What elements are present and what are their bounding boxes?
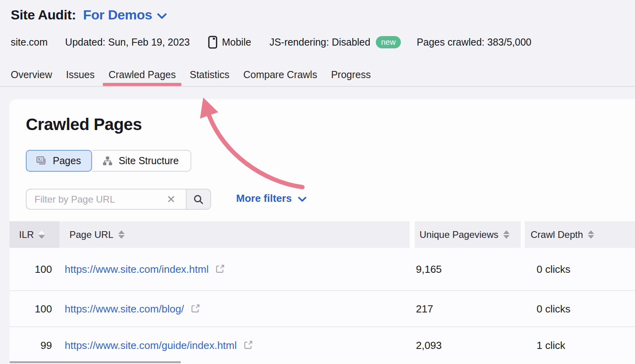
external-link-icon[interactable] xyxy=(243,340,253,351)
crawl-depth-value: 1 click xyxy=(537,339,565,351)
sort-icon xyxy=(503,230,510,239)
project-selector[interactable]: For Demos xyxy=(83,7,167,23)
unique-pageviews-value: 217 xyxy=(416,303,433,315)
tab-bar-divider xyxy=(0,86,635,87)
table-header: ILR Page URL Unique Pageviews Crawl Dept… xyxy=(10,221,635,248)
crawled-pages-card: Crawled Pages Pages xyxy=(10,99,635,364)
tab-compare-crawls[interactable]: Compare Crawls xyxy=(243,68,317,81)
sort-icon xyxy=(588,230,594,239)
column-header-unique-pageviews[interactable]: Unique Pageviews xyxy=(415,221,521,248)
project-name: For Demos xyxy=(83,7,152,23)
search-button[interactable] xyxy=(186,189,211,210)
page-url-link[interactable]: https://www.site.com/index.html xyxy=(65,263,209,275)
more-filters-label: More filters xyxy=(236,192,292,205)
view-toggle: Pages Site Structure xyxy=(26,150,191,172)
column-label: Crawl Depth xyxy=(531,229,583,240)
tab-statistics[interactable]: Statistics xyxy=(190,68,229,81)
audit-tab-bar: Overview Issues Crawled Pages Statistics… xyxy=(11,68,371,81)
page-title-row: Site Audit: For Demos xyxy=(11,7,167,23)
column-label: ILR xyxy=(19,229,34,240)
mobile-phone-icon xyxy=(208,36,217,49)
device-indicator: Mobile xyxy=(208,36,251,49)
unique-pageviews-value: 2,093 xyxy=(416,339,442,351)
chevron-down-icon xyxy=(157,13,167,19)
tab-progress[interactable]: Progress xyxy=(331,68,371,81)
table-row: 100 https://www.site.com/blog/ 217 0 cli… xyxy=(10,290,635,326)
site-structure-view-button[interactable]: Site Structure xyxy=(92,150,191,172)
ilr-value: 99 xyxy=(10,339,52,351)
page-url-cell: https://www.site.com/guide/index.html xyxy=(65,339,253,351)
chevron-down-icon xyxy=(298,197,306,202)
pages-crawled-label: Pages crawled: 383/5,000 xyxy=(417,36,531,48)
ilr-value: 100 xyxy=(10,263,52,275)
column-label: Unique Pageviews xyxy=(419,229,498,240)
url-filter-group: ✕ xyxy=(26,189,211,210)
pages-view-button[interactable]: Pages xyxy=(26,150,92,172)
js-rendering-label: JS-rendering: Disabled xyxy=(269,36,370,48)
column-header-ilr[interactable]: ILR xyxy=(10,221,60,248)
filter-input[interactable] xyxy=(26,189,186,210)
search-icon xyxy=(193,194,204,205)
sort-icon xyxy=(38,230,45,239)
table-body: 100 https://www.site.com/index.html 9,16… xyxy=(10,248,635,363)
column-header-page-url[interactable]: Page URL xyxy=(60,221,410,248)
audit-meta-row: site.com Updated: Sun, Feb 19, 2023 Mobi… xyxy=(11,36,531,49)
page-url-link[interactable]: https://www.site.com/guide/index.html xyxy=(65,339,237,351)
device-label: Mobile xyxy=(222,36,251,48)
table-row: 100 https://www.site.com/index.html 9,16… xyxy=(10,248,635,290)
pages-view-label: Pages xyxy=(53,155,81,167)
page-url-cell: https://www.site.com/index.html xyxy=(65,263,225,275)
sort-icon xyxy=(118,230,125,239)
clear-icon[interactable]: ✕ xyxy=(167,194,176,205)
unique-pageviews-value: 9,165 xyxy=(416,263,442,275)
crawl-depth-value: 0 clicks xyxy=(537,303,570,315)
column-header-crawl-depth[interactable]: Crawl Depth xyxy=(525,221,635,248)
page-url-link[interactable]: https://www.site.com/blog/ xyxy=(65,303,184,315)
site-audit-page: Site Audit: For Demos site.com Updated: … xyxy=(0,0,635,364)
new-badge: new xyxy=(376,36,401,48)
horizontal-scrollbar[interactable] xyxy=(10,361,181,363)
site-structure-icon xyxy=(102,156,113,166)
updated-label: Updated: Sun, Feb 19, 2023 xyxy=(65,36,190,48)
domain-label: site.com xyxy=(11,36,48,48)
column-label: Page URL xyxy=(69,229,114,240)
ilr-value: 100 xyxy=(10,303,52,315)
pages-icon xyxy=(36,155,47,166)
section-heading: Crawled Pages xyxy=(26,115,142,134)
external-link-icon[interactable] xyxy=(190,304,200,314)
page-url-cell: https://www.site.com/blog/ xyxy=(65,303,200,315)
site-structure-view-label: Site Structure xyxy=(119,155,179,167)
page-title: Site Audit: xyxy=(11,7,76,23)
tab-crawled-pages[interactable]: Crawled Pages xyxy=(108,68,176,81)
tab-issues[interactable]: Issues xyxy=(66,68,94,81)
js-rendering-status: JS-rendering: Disabled new xyxy=(269,36,401,48)
crawl-depth-value: 0 clicks xyxy=(537,263,570,275)
external-link-icon[interactable] xyxy=(215,264,225,274)
more-filters-link[interactable]: More filters xyxy=(236,192,306,205)
table-row: 99 https://www.site.com/guide/index.html… xyxy=(10,326,635,363)
tab-overview[interactable]: Overview xyxy=(11,68,52,81)
